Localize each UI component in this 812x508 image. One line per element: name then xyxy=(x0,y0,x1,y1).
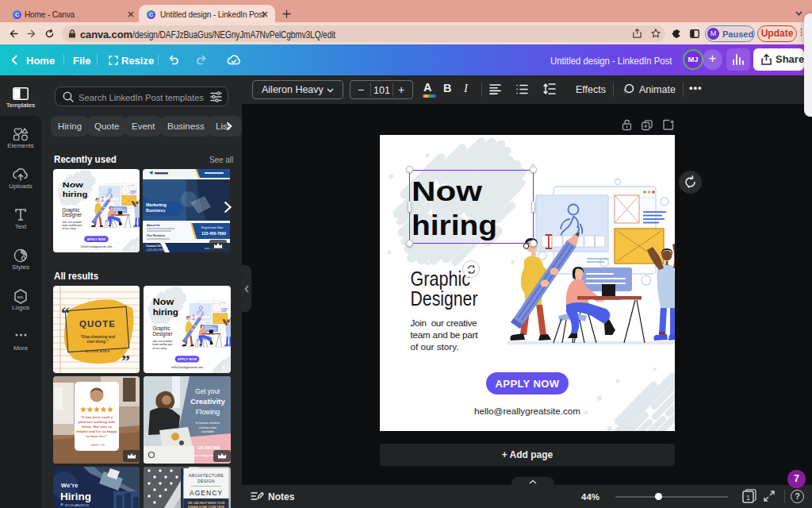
svg-text:to have her.”: to have her.” xyxy=(86,434,108,438)
svg-text:+123-456-7890: +123-456-7890 xyxy=(146,248,164,252)
svg-text:courses now: courses now xyxy=(199,425,217,429)
svg-text:Hiring: Hiring xyxy=(60,491,91,502)
svg-text:In house creative: In house creative xyxy=(196,421,220,425)
svg-text:AGENCY: AGENCY xyxy=(190,489,223,497)
svg-text:WE CAN HELP MAKE YOUR: WE CAN HELP MAKE YOUR xyxy=(188,502,225,505)
svg-text:QUOTE: QUOTE xyxy=(79,319,116,329)
svg-text:“: “ xyxy=(61,303,70,323)
svg-text:helpful and I’m so happy: helpful and I’m so happy xyxy=(76,429,117,433)
svg-text:pleasure working with: pleasure working with xyxy=(79,420,115,424)
svg-text:Get your: Get your xyxy=(195,388,220,395)
svg-text:”: ” xyxy=(121,351,130,371)
svg-text:“It has been such a: “It has been such a xyxy=(81,415,113,419)
svg-text:available: available xyxy=(201,429,215,433)
svg-text:Our Services: Our Services xyxy=(147,234,165,237)
svg-text:Flowing: Flowing xyxy=(196,408,220,416)
svg-text:C: C xyxy=(149,11,153,18)
svg-text:DESIGN: DESIGN xyxy=(197,479,215,483)
svg-text:About Us: About Us xyxy=(147,224,160,227)
svg-text:start doing.”: start doing.” xyxy=(86,340,109,344)
svg-text:- JAMIE LEE: - JAMIE LEE xyxy=(89,444,105,447)
svg-text:Registration Now: Registration Now xyxy=(201,226,224,229)
svg-text:Marketing: Marketing xyxy=(146,202,167,207)
svg-text:ALISSA BUSS: ALISSA BUSS xyxy=(86,350,110,353)
svg-text:Business: Business xyxy=(146,208,165,213)
svg-text:ARCHITECTURE: ARCHITECTURE xyxy=(189,473,224,478)
svg-text:Contact Us: Contact Us xyxy=(146,244,161,248)
svg-text:Creativity: Creativity xyxy=(190,397,225,406)
svg-text:1: 1 xyxy=(746,494,750,502)
svg-text:co.: co. xyxy=(17,294,25,299)
svg-text:C: C xyxy=(15,11,19,18)
svg-text:We’re: We’re xyxy=(61,482,79,489)
svg-text:ROCKLANDROCK: ROCKLANDROCK xyxy=(65,504,90,507)
svg-text:“Stop dreaming and: “Stop dreaming and xyxy=(80,335,115,339)
svg-text:Olivia. She was so: Olivia. She was so xyxy=(82,425,113,429)
svg-text:123-456-7890: 123-456-7890 xyxy=(201,231,226,236)
